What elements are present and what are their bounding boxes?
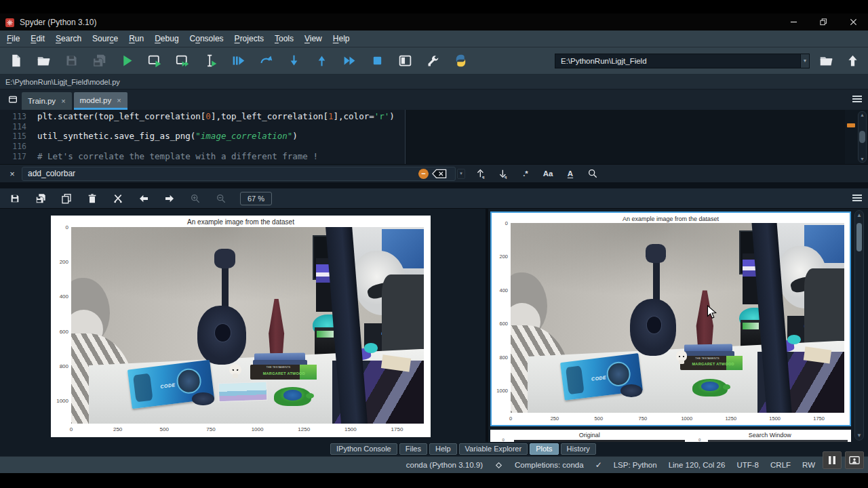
find-history-dropdown-icon[interactable]: ▾ [457,169,465,179]
menu-debug[interactable]: Debug [149,30,184,47]
clear-input-icon[interactable] [432,169,447,179]
run-cell-button[interactable] [144,51,165,71]
code-line: 115util_synthetic.save_fig_as_png("image… [0,131,845,142]
remove-all-plots-button[interactable] [110,190,126,207]
decor [7,190,239,207]
photo-ukeHead [214,249,235,268]
search-button[interactable] [587,167,599,180]
close-button[interactable] [838,14,868,30]
decor [5,51,478,71]
find-close-button[interactable]: × [5,169,19,179]
pane-tab-help[interactable]: Help [429,443,457,455]
zoom-out-button[interactable] [213,190,229,207]
decor [428,56,438,66]
scroll-down-icon[interactable]: ▼ [859,157,866,161]
decor [349,56,355,64]
find-next-button[interactable]: q [497,167,509,180]
selected-plot-thumbnail[interactable]: An example image from the dataset SA ion… [490,211,851,426]
menu-file[interactable]: File [1,30,25,47]
save-all-button[interactable] [89,51,109,71]
plots-options-menu-button[interactable] [852,192,863,205]
new-file-button[interactable] [5,51,26,71]
cursor-position: Line 120, Col 26 [669,461,726,469]
next-plot-button[interactable] [161,190,178,207]
pane-tab-variable-explorer[interactable]: Variable Explorer [459,443,528,455]
working-directory-input[interactable] [555,54,801,68]
tab-close-icon[interactable]: × [117,96,121,104]
menu-source[interactable]: Source [87,30,123,47]
stop-button[interactable] [367,51,387,71]
browse-directory-button[interactable] [816,51,836,71]
save-plot-button[interactable] [7,190,23,207]
photo-txtAtwood: MARGARET ATWOOD [692,362,734,366]
new-file-icon [9,54,23,68]
conda-env-status: conda (Python 3.10.9) [406,461,483,469]
decor [852,96,862,102]
scrollbar-thumb[interactable] [856,223,862,251]
menu-tools[interactable]: Tools [269,30,299,47]
find-previous-button[interactable]: q [475,167,487,180]
pause-overlay-button[interactable] [823,451,842,469]
save-all-plots-button[interactable] [33,190,49,207]
case-sensitive-button[interactable]: Aa [542,167,554,180]
copy-plot-button[interactable] [58,190,75,207]
tab-train.py[interactable]: Train.py× [22,92,72,110]
tab-close-icon[interactable]: × [61,97,65,105]
parent-directory-button[interactable] [842,51,863,71]
spyder-logo-icon [5,18,14,26]
tab-model.py[interactable]: model.py× [74,92,127,110]
open-file-button[interactable] [33,51,54,71]
run-file-button[interactable] [117,51,137,71]
continue-button[interactable] [339,51,359,71]
zoom-level[interactable]: 67 % [240,192,272,205]
pane-splitter-vertical[interactable] [486,209,488,442]
scroll-down-icon[interactable]: ▼ [855,432,863,439]
run-selection-button[interactable] [200,51,220,71]
step-into-button[interactable] [283,51,304,71]
scrollbar-thumb[interactable] [859,131,865,143]
zoom-in-button[interactable] [187,190,203,207]
pane-tab-files[interactable]: Files [399,443,427,455]
webcam-overlay-button[interactable] [845,451,864,469]
step-over-button[interactable] [256,51,276,71]
save-plot-icon [9,193,20,204]
working-directory-dropdown-icon[interactable]: ▾ [801,54,810,68]
remove-plot-button[interactable] [84,190,100,207]
preferences-button[interactable] [422,51,443,71]
maximize-pane-button[interactable] [395,51,415,71]
save-button[interactable] [61,51,81,71]
completions-status: Completions: conda [515,461,584,469]
thumbnails-scrollbar[interactable]: ▲ ▼ [854,210,864,441]
minimize-button[interactable] [778,14,808,30]
browse-tabs-button[interactable] [4,91,22,108]
next-plot-thumbnail[interactable]: Original 0 Search Window 0 [490,430,851,442]
run-cell-advance-button[interactable] [172,51,193,71]
find-input[interactable] [22,167,456,181]
pane-splitter-horizontal[interactable] [0,182,868,188]
whole-words-button[interactable]: A [564,167,576,180]
menu-projects[interactable]: Projects [229,30,269,47]
menu-run[interactable]: Run [123,30,149,47]
regex-button[interactable]: .* [519,167,532,180]
editor-scrollbar[interactable]: ▲ ▼ [858,111,867,163]
code-editor[interactable]: 113plt.scatter(top_left_correlation[0],t… [0,110,868,164]
restore-button[interactable] [808,14,838,30]
pane-tab-ipython-console[interactable]: IPython Console [330,443,397,455]
step-out-button[interactable] [311,51,332,71]
debug-file-button[interactable] [228,51,248,71]
menu-view[interactable]: View [299,30,328,47]
python-manager-button[interactable] [450,51,471,71]
pane-tab-plots[interactable]: Plots [530,443,558,455]
previous-plot-button[interactable] [136,190,152,207]
scroll-up-icon[interactable]: ▲ [855,212,863,218]
photo-disc [620,384,642,397]
menu-edit[interactable]: Edit [25,30,50,47]
editor-options-menu-button[interactable] [852,94,863,106]
menu-consoles[interactable]: Consoles [184,30,229,47]
decor [62,196,68,203]
scroll-up-icon[interactable]: ▲ [859,113,866,117]
x-axis-tick: 500 [595,415,604,422]
pane-tab-history[interactable]: History [561,443,596,455]
menu-help[interactable]: Help [328,30,355,47]
menu-search[interactable]: Search [50,30,87,47]
